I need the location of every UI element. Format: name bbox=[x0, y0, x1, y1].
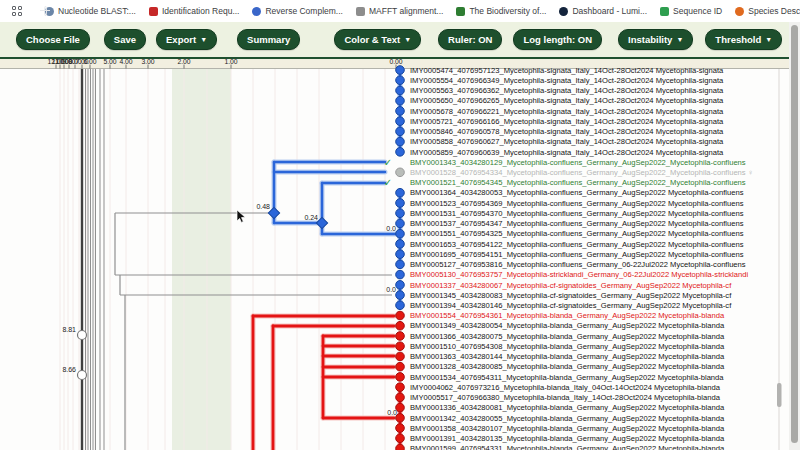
leaf-label[interactable]: IMY0005846_4076960578_Mycetophila-signat… bbox=[410, 127, 724, 136]
leaf-node-marker[interactable] bbox=[396, 444, 405, 450]
leaf-label[interactable]: BMY0001510_4076954308_Mycetophila-blanda… bbox=[410, 342, 725, 351]
leaf-label[interactable]: BMY0001363_4034280144_Mycetophila-blanda… bbox=[410, 352, 725, 361]
leaf-label[interactable]: BMY0001366_4034280075_Mycetophila-blanda… bbox=[410, 332, 725, 341]
leaf-label[interactable]: BMY0001531_4076954370_Mycetophila-conflu… bbox=[410, 209, 744, 218]
leaf-node-marker[interactable] bbox=[396, 127, 405, 136]
leaf-label[interactable]: IMY0005554_4076966349_Mycetophila-signat… bbox=[410, 76, 724, 85]
leaf-node-marker[interactable] bbox=[396, 76, 405, 85]
summary-button[interactable]: Summary bbox=[237, 29, 300, 50]
leaf-node-marker[interactable] bbox=[396, 434, 405, 443]
bookmark-label: Species Descriptio... bbox=[748, 6, 800, 16]
leaf-node-marker[interactable] bbox=[396, 199, 405, 208]
panel-scrollbar-thumb[interactable] bbox=[777, 383, 782, 407]
leaf-node-marker[interactable] bbox=[396, 137, 405, 146]
leaf-label[interactable]: IMY0004062_4076973216_Mycetophila-blanda… bbox=[410, 383, 721, 392]
leaf-node-marker[interactable] bbox=[396, 342, 405, 351]
leaf-label[interactable]: IMY0005721_4076966166_Mycetophila-signat… bbox=[410, 117, 724, 126]
browser-scrollbar[interactable] bbox=[789, 22, 800, 450]
threshold-button[interactable]: Threshold▼ bbox=[705, 29, 782, 50]
log-length-on-button[interactable]: Log length: ON bbox=[513, 29, 602, 50]
leaf-node-marker[interactable] bbox=[396, 373, 405, 382]
leaf-label[interactable]: BMY0001342_4034280055_Mycetophila-blanda… bbox=[410, 414, 725, 423]
leaf-label[interactable]: BMY0001534_4076954311_Mycetophila-blanda… bbox=[410, 373, 724, 382]
leaf-node-marker[interactable] bbox=[396, 424, 405, 433]
bookmark-item[interactable]: Reverse Complem... bbox=[252, 6, 342, 16]
leaf-label[interactable]: BMY0001328_4034280085_Mycetophila-blanda… bbox=[410, 362, 725, 371]
leaf-node-marker[interactable] bbox=[396, 383, 405, 392]
leaf-label[interactable]: BMY0001345_4034280083_Mycetophila-cf-sig… bbox=[410, 291, 732, 300]
color-text-button[interactable]: Color & Text▼ bbox=[334, 29, 421, 50]
leaf-node-marker[interactable] bbox=[396, 301, 405, 310]
leaf-label[interactable]: BMY0001528_4076954334_Mycetophila-conflu… bbox=[410, 168, 753, 177]
leaf-label[interactable]: BMY0001394_4034280146_Mycetophila-cf-sig… bbox=[410, 301, 732, 310]
leaf-node-marker[interactable] bbox=[396, 96, 405, 105]
highlight-band bbox=[172, 69, 231, 450]
save-button[interactable]: Save bbox=[104, 29, 146, 50]
leaf-label[interactable]: BMY0001523_4076954369_Mycetophila-conflu… bbox=[410, 199, 744, 208]
leaf-label[interactable]: IMY0005517_4076966380_Mycetophila-blanda… bbox=[410, 393, 721, 402]
leaf-node-marker[interactable] bbox=[396, 362, 405, 371]
bookmark-item[interactable]: Dashboard - Lumi... bbox=[559, 6, 647, 16]
leaf-label[interactable]: BMY0001358_4034280107_Mycetophila-blanda… bbox=[410, 424, 725, 433]
bookmark-item[interactable]: The Biodiversity of... bbox=[456, 6, 546, 16]
leaf-node-marker[interactable] bbox=[396, 260, 405, 269]
leaf-label[interactable]: BMY0001653_4076954122_Mycetophila-conflu… bbox=[410, 240, 744, 249]
leaf-node-marker[interactable] bbox=[396, 66, 405, 75]
leaf-label[interactable]: IMY0005859_4076960639_Mycetophila-signat… bbox=[410, 148, 724, 157]
leaf-label[interactable]: BMY0001551_4076954325_Mycetophila-conflu… bbox=[410, 229, 744, 238]
leaf-node-marker[interactable] bbox=[396, 107, 405, 116]
leaf-label[interactable]: IMY0005858_4076960627_Mycetophila-signat… bbox=[410, 137, 724, 146]
leaf-node-marker[interactable] bbox=[396, 188, 405, 197]
selected-check-icon[interactable]: ✓ bbox=[384, 157, 392, 168]
browser-scrollbar-thumb[interactable] bbox=[791, 25, 798, 443]
leaf-label[interactable]: BMY0001349_4034280054_Mycetophila-blanda… bbox=[410, 321, 725, 330]
leaf-label[interactable]: BMY0001336_4034280081_Mycetophila-blanda… bbox=[410, 403, 725, 412]
leaf-label[interactable]: IMY0005563_4076966362_Mycetophila-signat… bbox=[410, 86, 724, 95]
leaf-label[interactable]: BMY0001391_4034280135_Mycetophila-blanda… bbox=[410, 434, 725, 443]
tab-groups-icon[interactable] bbox=[12, 6, 22, 16]
button-label: Log length: ON bbox=[523, 34, 592, 45]
leaf-node-marker[interactable] bbox=[396, 168, 405, 177]
bookmark-item[interactable]: Identification Requ... bbox=[149, 6, 240, 16]
leaf-label[interactable]: IMY0005650_4076966265_Mycetophila-signat… bbox=[410, 96, 724, 105]
leaf-label[interactable]: BMY0001695_4076954151_Mycetophila-conflu… bbox=[410, 250, 744, 259]
leaf-node-marker[interactable] bbox=[396, 291, 405, 300]
leaf-label[interactable]: BMY0001364_4034280053_Mycetophila-conflu… bbox=[410, 188, 744, 197]
leaf-node-marker[interactable] bbox=[396, 148, 405, 157]
leaf-label[interactable]: IMY0005474_4076957123_Mycetophila-signat… bbox=[410, 66, 724, 75]
export-button[interactable]: Export▼ bbox=[156, 29, 217, 50]
bookmark-item[interactable]: MAFFT alignment... bbox=[356, 6, 443, 16]
leaf-node-marker[interactable] bbox=[396, 250, 405, 259]
leaf-label[interactable]: BMY0001337_4034280067_Mycetophila-cf-sig… bbox=[410, 281, 732, 290]
leaf-label[interactable]: BMY0001537_4076954347_Mycetophila-conflu… bbox=[410, 219, 744, 228]
selected-check-icon[interactable]: ✓ bbox=[384, 177, 392, 188]
leaf-label[interactable]: IMY0005678_4076966221_Mycetophila-signat… bbox=[410, 107, 724, 116]
ruler-on-button[interactable]: Ruler: ON bbox=[438, 29, 502, 50]
leaf-node-marker[interactable] bbox=[396, 270, 405, 279]
internal-node-circle[interactable] bbox=[78, 331, 87, 340]
internal-node-circle[interactable] bbox=[78, 371, 87, 380]
leaf-node-marker[interactable] bbox=[396, 86, 405, 95]
leaf-node-marker[interactable] bbox=[396, 352, 405, 361]
leaf-label[interactable]: BMY0005127_4076953816_Mycetophila-conflu… bbox=[410, 260, 746, 269]
leaf-label[interactable]: BMY0001554_4076954361_Mycetophila-blanda… bbox=[410, 311, 725, 320]
bookmark-item[interactable]: Nucleotide BLAST:... bbox=[45, 6, 136, 16]
leaf-node-marker[interactable] bbox=[396, 311, 405, 320]
leaf-label[interactable]: BMY0001599_4076954331_Mycetophila-blanda… bbox=[410, 444, 725, 450]
leaf-node-marker[interactable] bbox=[396, 240, 405, 249]
leaf-node-marker[interactable] bbox=[396, 117, 405, 126]
choose-file-button[interactable]: Choose File bbox=[16, 29, 90, 50]
leaf-node-marker[interactable] bbox=[396, 321, 405, 330]
leaf-node-marker[interactable] bbox=[396, 229, 405, 238]
instability-button[interactable]: Instability▼ bbox=[618, 29, 693, 50]
leaf-node-marker[interactable] bbox=[396, 281, 405, 290]
leaf-node-marker[interactable] bbox=[396, 332, 405, 341]
leaf-label[interactable]: BMY0005130_4076953757_Mycetophila-strick… bbox=[410, 270, 748, 279]
bookmark-item[interactable]: Sequence ID bbox=[660, 6, 722, 16]
leaf-label[interactable]: BMY0001521_4076954345_Mycetophila-conflu… bbox=[410, 178, 746, 187]
leaf-node-marker[interactable] bbox=[396, 209, 405, 218]
leaf-label[interactable]: BMY0001343_4034280129_Mycetophila-conflu… bbox=[410, 158, 746, 167]
leaf-node-marker[interactable] bbox=[396, 219, 405, 228]
bookmark-item[interactable]: Species Descriptio... bbox=[735, 6, 800, 16]
leaf-node-marker[interactable] bbox=[396, 393, 405, 402]
